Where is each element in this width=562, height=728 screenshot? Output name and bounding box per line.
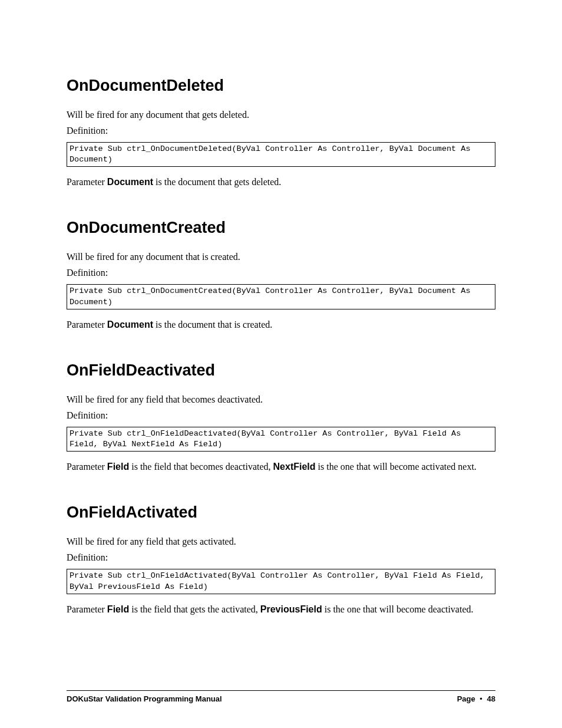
footer-bullet-icon: • [477, 694, 485, 703]
intro-text: Will be fired for any field that gets ac… [67, 535, 495, 549]
param-post: is the one that will become deactivated. [322, 604, 474, 614]
footer-left-text: DOKuStar Validation Programming Manual [67, 694, 222, 703]
code-block: Private Sub ctrl_OnDocumentCreated(ByVal… [67, 284, 495, 309]
param-mid: is the document that gets deleted. [153, 177, 281, 187]
param-name-2: PreviousField [260, 604, 322, 614]
intro-text: Will be fired for any document that gets… [67, 108, 495, 122]
heading-ondocumentcreated: OnDocumentCreated [67, 219, 495, 237]
param-post: is the one that will become activated ne… [316, 462, 477, 472]
param-name: Document [107, 177, 153, 187]
param-pre: Parameter [67, 604, 107, 614]
definition-label: Definition: [67, 268, 495, 278]
param-mid: is the field that gets the activated, [129, 604, 260, 614]
page-content: OnDocumentDeleted Will be fired for any … [0, 0, 562, 617]
param-mid: is the document that is created. [153, 319, 272, 330]
code-block: Private Sub ctrl_OnFieldDeactivated(ByVa… [67, 427, 495, 452]
definition-label: Definition: [67, 126, 495, 136]
definition-label: Definition: [67, 552, 495, 563]
footer-divider [67, 690, 495, 691]
footer-row: DOKuStar Validation Programming Manual P… [67, 694, 495, 703]
parameter-description: Parameter Field is the field that become… [67, 460, 495, 474]
parameter-description: Parameter Document is the document that … [67, 318, 495, 332]
code-block: Private Sub ctrl_OnFieldActivated(ByVal … [67, 569, 495, 594]
param-pre: Parameter [67, 319, 107, 330]
param-pre: Parameter [67, 177, 107, 187]
footer-page-label: Page [457, 694, 475, 703]
heading-ondocumentdeleted: OnDocumentDeleted [67, 77, 495, 95]
footer-page-number: 48 [487, 694, 495, 703]
param-name-2: NextField [273, 462, 316, 472]
intro-text: Will be fired for any document that is c… [67, 250, 495, 264]
param-pre: Parameter [67, 462, 107, 472]
param-name: Field [107, 462, 129, 472]
param-name: Field [107, 604, 129, 614]
intro-text: Will be fired for any field that becomes… [67, 393, 495, 407]
parameter-description: Parameter Document is the document that … [67, 175, 495, 189]
code-block: Private Sub ctrl_OnDocumentDeleted(ByVal… [67, 142, 495, 167]
parameter-description: Parameter Field is the field that gets t… [67, 602, 495, 617]
footer-right: Page • 48 [457, 694, 495, 703]
heading-onfielddeactivated: OnFieldDeactivated [67, 361, 495, 380]
page-footer: DOKuStar Validation Programming Manual P… [67, 690, 495, 703]
heading-onfieldactivated: OnFieldActivated [67, 503, 495, 522]
param-name: Document [107, 319, 153, 330]
definition-label: Definition: [67, 410, 495, 421]
param-mid: is the field that becomes deactivated, [129, 462, 273, 472]
